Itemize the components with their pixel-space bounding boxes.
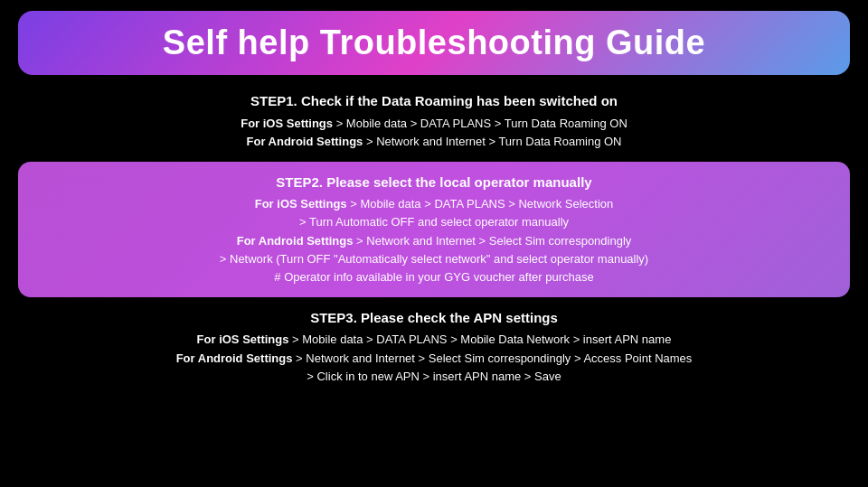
step3-line-1: For Android Settings > Network and Inter…: [18, 350, 850, 368]
step2-block: STEP2. Please select the local operator …: [18, 162, 850, 297]
step3-line-2: > Click in to new APN > insert APN name …: [18, 368, 850, 386]
step1-line-0: For iOS Settings > Mobile data > DATA PL…: [18, 115, 850, 133]
step3-title: STEP3. Please check the APN settings: [18, 308, 850, 329]
step2-line-0: For iOS Settings > Mobile data > DATA PL…: [40, 195, 828, 213]
step1-block: STEP1. Check if the Data Roaming has bee…: [18, 91, 850, 151]
step1-line-1: For Android Settings > Network and Inter…: [18, 133, 850, 151]
title-banner: Self help Troubleshooting Guide: [18, 11, 850, 75]
step2-line-4: # Operator info available in your GYG vo…: [40, 268, 828, 286]
step1-title: STEP1. Check if the Data Roaming has bee…: [18, 91, 850, 112]
steps-container: STEP1. Check if the Data Roaming has bee…: [18, 91, 850, 386]
step2-line-1: > Turn Automatic OFF and select operator…: [40, 213, 828, 231]
step3-block: STEP3. Please check the APN settingsFor …: [18, 308, 850, 386]
step2-line-3: > Network (Turn OFF "Automatically selec…: [40, 250, 828, 268]
step2-title: STEP2. Please select the local operator …: [40, 173, 828, 193]
step3-line-0: For iOS Settings > Mobile data > DATA PL…: [18, 331, 850, 349]
step2-line-2: For Android Settings > Network and Inter…: [40, 232, 828, 250]
page-title: Self help Troubleshooting Guide: [163, 23, 705, 61]
